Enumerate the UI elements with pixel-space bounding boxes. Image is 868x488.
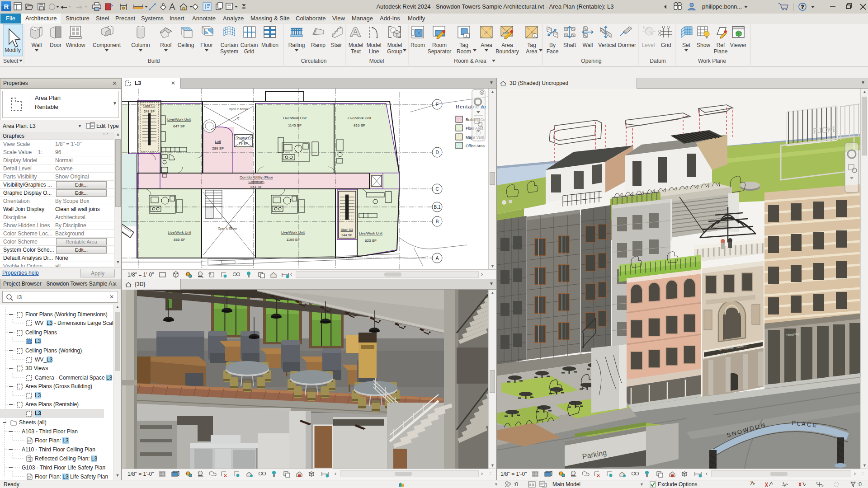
svg-text:Elevator E2: Elevator E2 <box>235 136 252 140</box>
svg-text:Room: Room <box>457 48 471 55</box>
svg-text:Area: Area <box>526 48 538 55</box>
svg-text:Viewer: Viewer <box>730 42 746 48</box>
svg-text:Room: Room <box>410 42 425 48</box>
svg-text:Model: Model <box>387 42 402 48</box>
svg-text:Area: Area <box>481 42 492 48</box>
svg-text:Select: Select <box>3 58 19 64</box>
svg-text:Model: Model <box>367 42 382 48</box>
svg-text:Live/Work Unit: Live/Work Unit <box>281 230 305 235</box>
svg-text:B: B <box>436 219 439 224</box>
svg-text:Open to below: Open to below <box>229 108 248 111</box>
svg-text:Ramp: Ramp <box>311 42 326 48</box>
svg-text:1145 SF: 1145 SF <box>288 123 302 127</box>
svg-text:Set: Set <box>682 42 691 48</box>
svg-text:A: A <box>436 256 439 261</box>
svg-text:Mullion: Mullion <box>261 42 278 48</box>
svg-text:Corridor/Utility (Floor: Corridor/Utility (Floor <box>240 175 273 179</box>
svg-text:Vertical: Vertical <box>598 42 616 48</box>
svg-text:816 SF: 816 SF <box>354 123 365 127</box>
svg-text:Stair S2: Stair S2 <box>143 104 156 108</box>
svg-text:885 SF: 885 SF <box>174 238 185 242</box>
svg-text:1190 SF: 1190 SF <box>286 238 300 242</box>
svg-text:Wall: Wall <box>583 42 593 48</box>
svg-text:Shaft: Shaft <box>563 42 576 48</box>
svg-text:Stair S3: Stair S3 <box>341 228 353 232</box>
svg-text:Live/Work Unit: Live/Work Unit <box>359 231 383 235</box>
svg-text:Roof: Roof <box>160 42 172 48</box>
svg-text:?: ? <box>801 4 804 9</box>
svg-text:Plane: Plane <box>714 48 728 55</box>
svg-text:Floor: Floor <box>200 42 212 48</box>
svg-text:Ref: Ref <box>717 42 725 48</box>
svg-text:Office Area: Office Area <box>466 144 485 148</box>
svg-text:647 SF: 647 SF <box>173 124 185 128</box>
svg-text:Text: Text <box>351 48 361 55</box>
svg-text:Line: Line <box>369 48 379 55</box>
svg-text:Separator: Separator <box>428 48 452 55</box>
svg-text:Door: Door <box>50 42 61 48</box>
svg-text:Live/Work Unit: Live/Work Unit <box>167 117 191 122</box>
svg-text:C: C <box>435 187 439 192</box>
svg-text:289 SF: 289 SF <box>212 146 224 150</box>
svg-text:Live/Work Unit: Live/Work Unit <box>348 116 372 120</box>
svg-text:1: 1 <box>643 26 645 29</box>
svg-text:Face: Face <box>547 48 559 55</box>
svg-text:B.1: B.1 <box>434 205 440 210</box>
svg-text:Tag: Tag <box>459 42 468 48</box>
svg-text:Model: Model <box>369 58 384 64</box>
svg-text:1: 1 <box>466 34 468 38</box>
svg-text:Curtain: Curtain <box>241 42 258 48</box>
svg-text:623 SF: 623 SF <box>365 239 377 243</box>
svg-text:244 SF: 244 SF <box>341 233 353 237</box>
svg-text:Circulation: Circulation <box>301 58 327 64</box>
svg-text:Grid: Grid <box>661 42 671 48</box>
svg-text:Stair: Stair <box>331 42 342 48</box>
svg-text:Area: Area <box>501 42 513 48</box>
svg-text:Dormer: Dormer <box>618 42 636 48</box>
svg-text:Room & Area: Room & Area <box>454 58 486 64</box>
svg-text:Live/Work Unit: Live/Work Unit <box>283 116 307 120</box>
svg-text:Tag: Tag <box>527 42 536 48</box>
svg-text:Show: Show <box>697 42 710 48</box>
svg-text:248 SF: 248 SF <box>144 109 155 113</box>
svg-text:D: D <box>435 150 439 155</box>
svg-text:Open to below: Open to below <box>218 227 237 230</box>
svg-text:Group: Group <box>387 48 402 55</box>
svg-text:79 SF: 79 SF <box>239 141 248 145</box>
svg-text:Wall: Wall <box>32 42 42 48</box>
svg-text:Component: Component <box>93 42 121 48</box>
svg-text:Work Plane: Work Plane <box>698 58 726 64</box>
svg-text:Window: Window <box>66 42 85 48</box>
svg-text:Common): Common) <box>248 180 264 184</box>
svg-text:Grid: Grid <box>244 48 255 55</box>
svg-text:R: R <box>4 3 9 10</box>
svg-text:Opening: Opening <box>581 58 601 64</box>
svg-text:Level: Level <box>642 42 655 48</box>
svg-text:Build: Build <box>148 58 160 64</box>
svg-text:Column: Column <box>131 42 150 48</box>
svg-text:Curtain: Curtain <box>221 42 238 48</box>
svg-text:System: System <box>220 48 238 55</box>
svg-text:Boundary: Boundary <box>495 48 519 55</box>
svg-text:1: 1 <box>534 34 536 38</box>
svg-text:Railing: Railing <box>288 42 305 48</box>
svg-text:Live/Work Unit: Live/Work Unit <box>168 230 192 235</box>
svg-text:By: By <box>549 42 556 48</box>
svg-text:philippe.bonn...: philippe.bonn... <box>702 3 742 10</box>
svg-text:Room: Room <box>432 42 447 48</box>
svg-text:Loft: Loft <box>215 140 221 144</box>
svg-text:Modify: Modify <box>5 47 20 53</box>
svg-text:Ceiling: Ceiling <box>178 42 194 48</box>
svg-text:2D: 2D <box>481 104 486 109</box>
svg-text:Model: Model <box>349 42 363 48</box>
svg-text:Datum: Datum <box>650 58 665 64</box>
svg-text:841 SF: 841 SF <box>250 185 262 189</box>
